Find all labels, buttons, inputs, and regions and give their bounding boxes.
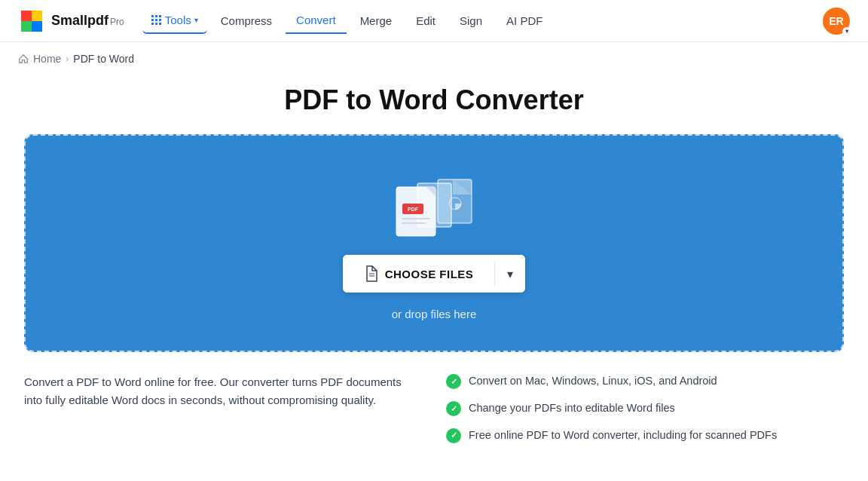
avatar[interactable]: ER [823,8,850,35]
drop-zone-hint: or drop files here [392,308,477,320]
feature-text-2: Change your PDFs into editable Word file… [469,400,675,417]
drop-zone[interactable]: PDF CHOOSE FILES [24,134,844,352]
breadcrumb-current-page: PDF to Word [73,53,134,65]
check-icon-2 [446,401,461,416]
feature-item-1: Convert on Mac, Windows, Linux, iOS, and… [446,373,844,390]
description-text: Convert a PDF to Word online for free. O… [24,373,416,409]
description-block: Convert a PDF to Word online for free. O… [24,373,416,443]
logo-text: SmallpdfPro [51,13,124,29]
page-title: PDF to Word Converter [18,84,850,116]
features-list: Convert on Mac, Windows, Linux, iOS, and… [446,373,844,443]
feature-text-3: Free online PDF to Word converter, inclu… [469,427,777,444]
check-icon-1 [446,374,461,389]
smallpdf-logo-icon [18,8,45,35]
chevron-down-icon: ▾ [507,267,513,281]
pdf-illustration: PDF [389,172,479,240]
main-content: PDF to Word Converter PDF [0,84,868,467]
feature-text-1: Convert on Mac, Windows, Linux, iOS, and… [469,373,717,390]
nav-merge[interactable]: Merge [350,8,403,33]
features-row: Convert a PDF to Word online for free. O… [18,373,850,443]
tools-menu-button[interactable]: Tools ▾ [142,8,207,34]
nav-convert[interactable]: Convert [286,8,347,34]
choose-files-button[interactable]: CHOOSE FILES [343,255,495,293]
nav-compress[interactable]: Compress [210,8,283,33]
nav-ai-pdf[interactable]: AI PDF [496,8,553,33]
nav: Tools ▾ Compress Convert Merge Edit Sign… [142,8,823,34]
tools-label: Tools [165,14,191,26]
feature-item-3: Free online PDF to Word converter, inclu… [446,427,844,444]
header: SmallpdfPro Tools ▾ Compress Convert Mer… [0,0,868,42]
file-icon [364,265,377,282]
nav-edit[interactable]: Edit [405,8,446,33]
choose-files-dropdown-button[interactable]: ▾ [495,255,525,293]
feature-item-2: Change your PDFs into editable Word file… [446,400,844,417]
breadcrumb-home[interactable]: Home [33,53,61,65]
breadcrumb-separator: › [66,54,69,64]
grid-icon [151,15,162,26]
choose-files-button-row[interactable]: CHOOSE FILES ▾ [343,255,526,293]
svg-text:PDF: PDF [408,207,419,212]
choose-files-label: CHOOSE FILES [385,268,474,280]
check-icon-3 [446,428,461,443]
chevron-down-icon: ▾ [194,16,198,24]
nav-sign[interactable]: Sign [449,8,493,33]
breadcrumb: Home › PDF to Word [0,42,868,72]
avatar-dropdown-icon [842,27,851,36]
home-icon [18,54,29,64]
avatar-initials: ER [829,15,843,27]
logo[interactable]: SmallpdfPro [18,8,124,35]
